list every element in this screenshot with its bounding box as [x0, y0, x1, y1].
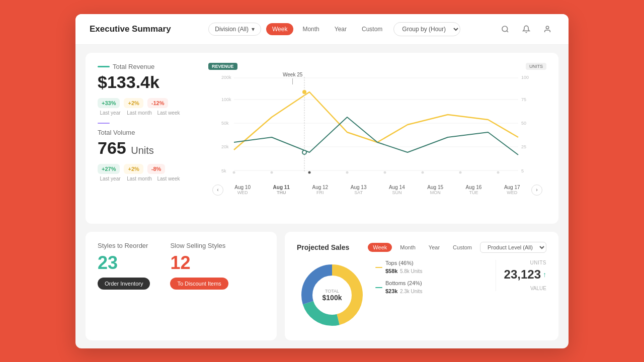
proj-month-btn[interactable]: Month [395, 243, 421, 252]
projected-sales-card: Projected Sales Week Month Year Custom P… [285, 232, 558, 340]
volume-line-indicator [98, 123, 110, 124]
revenue-card: Total Revenue $133.4k +33% +2% -12% Last… [86, 53, 558, 224]
svg-text:200k: 200k [221, 75, 231, 80]
revenue-badge-lastweek: -12% [147, 98, 169, 108]
legend-tops: Tops (46%) $58k 5.8k Units [375, 260, 488, 275]
volume-badge-labels: Last year Last month Last week [98, 176, 198, 182]
metrics-divider [98, 123, 198, 124]
reorder-row: Styles to Reorder 23 Order Inventory Slo… [98, 242, 265, 290]
projected-header: Projected Sales Week Month Year Custom P… [297, 242, 546, 253]
revenue-line-indicator [98, 66, 110, 67]
svg-point-1 [546, 26, 548, 29]
order-inventory-btn[interactable]: Order Inventory [98, 278, 150, 290]
proj-year-btn[interactable]: Year [424, 243, 445, 252]
revenue-badge-lastyear: +33% [98, 98, 120, 108]
division-dropdown[interactable]: Division (All) ▾ [208, 23, 261, 36]
revenue-chart: REVENUE UNITS 200k 100k 50k 20k 5k 100 7… [208, 63, 546, 214]
svg-text:5: 5 [521, 168, 524, 173]
svg-point-22 [308, 171, 311, 173]
bottoms-legend-text: Bottoms (24%) $23k 2.3k Units [385, 280, 422, 295]
svg-point-0 [502, 26, 508, 32]
chart-x-axis: ‹ Aug 10 WED Aug 11 THU Aug 12 FRI [208, 185, 546, 196]
svg-text:100: 100 [521, 75, 529, 80]
page-title: Executive Summary [90, 24, 171, 34]
svg-point-19 [302, 150, 306, 154]
x-label-1: Aug 11 THU [273, 185, 290, 195]
units-tag: UNITS [526, 63, 546, 70]
year-filter-btn[interactable]: Year [329, 23, 353, 35]
revenue-badge-labels: Last year Last month Last week [98, 110, 198, 116]
x-labels: Aug 10 WED Aug 11 THU Aug 12 FRI Aug 1 [223, 185, 531, 195]
header-controls: Division (All) ▾ Week Month Year Custom … [208, 22, 460, 36]
header-icons [498, 22, 554, 36]
product-level-select[interactable]: Product Level (All) [480, 242, 546, 253]
projected-title: Projected Sales [297, 243, 349, 251]
week-label: Week 25 [283, 72, 302, 84]
x-label-6: Aug 16 TUE [466, 185, 482, 195]
proj-custom-btn[interactable]: Custom [448, 243, 477, 252]
volume-badges: +27% +2% -8% [98, 164, 198, 174]
bottoms-line [375, 287, 382, 288]
search-icon[interactable] [498, 22, 512, 36]
volume-badge-lastmonth: +2% [124, 164, 143, 174]
x-label-0: Aug 10 WED [234, 185, 251, 195]
volume-badge-lastweek: -8% [147, 164, 166, 174]
revenue-label: Total Revenue [113, 63, 154, 70]
metrics-panel: Total Revenue $133.4k +33% +2% -12% Last… [98, 63, 198, 214]
x-label-3: Aug 13 SAT [351, 185, 367, 195]
svg-point-23 [346, 171, 349, 173]
user-icon[interactable] [540, 22, 554, 36]
projected-filters: Week Month Year Custom Product Level (Al… [368, 242, 546, 253]
chart-next-btn[interactable]: › [531, 185, 542, 196]
svg-text:20k: 20k [221, 144, 229, 149]
units-panel: UNITS 23,123 ↑ VALUE [496, 260, 546, 291]
slow-selling-value: 12 [170, 252, 228, 274]
tops-legend-text: Tops (46%) $58k 5.8k Units [385, 260, 422, 275]
custom-filter-btn[interactable]: Custom [356, 23, 388, 35]
donut-chart: TOTAL $100k [297, 260, 367, 330]
svg-text:75: 75 [521, 97, 526, 102]
x-label-7: Aug 17 WED [504, 185, 520, 195]
x-label-2: Aug 12 FRI [312, 185, 328, 195]
styles-reorder-value: 23 [98, 252, 150, 274]
volume-label: Total Volume [98, 129, 198, 136]
svg-point-21 [271, 171, 273, 173]
svg-point-26 [459, 171, 462, 173]
x-label-4: Aug 14 SUN [389, 185, 405, 195]
x-label-5: Aug 15 MON [427, 185, 443, 195]
group-by-select[interactable]: Group by (Hour) [393, 22, 460, 36]
svg-point-20 [233, 171, 235, 173]
revenue-tag: REVENUE [208, 63, 237, 70]
chevron-down-icon: ▾ [252, 26, 255, 33]
header: Executive Summary Division (All) ▾ Week … [75, 14, 569, 45]
week-filter-btn[interactable]: Week [266, 23, 293, 35]
svg-point-24 [384, 171, 386, 173]
projected-body: TOTAL $100k Tops (46%) $58k 5.8k Units [297, 260, 546, 330]
month-filter-btn[interactable]: Month [296, 23, 325, 35]
revenue-value: $133.4k [98, 72, 198, 92]
chart-prev-btn[interactable]: ‹ [212, 185, 223, 196]
styles-reorder-item: Styles to Reorder 23 Order Inventory [98, 242, 150, 290]
reorder-card: Styles to Reorder 23 Order Inventory Slo… [86, 232, 277, 340]
legend-bottoms: Bottoms (24%) $23k 2.3k Units [375, 280, 488, 295]
bell-icon[interactable] [519, 22, 533, 36]
bottom-row: Styles to Reorder 23 Order Inventory Slo… [86, 232, 558, 340]
legend-list: Tops (46%) $58k 5.8k Units Bottoms (24%)… [375, 260, 488, 300]
units-value: 23,123 ↑ [504, 267, 546, 282]
svg-text:50: 50 [521, 121, 526, 126]
svg-text:25: 25 [521, 144, 526, 149]
donut-center: TOTAL $100k [323, 289, 342, 302]
revenue-badges: +33% +2% -12% [98, 98, 198, 108]
time-filter-group: Week Month Year Custom [266, 23, 388, 35]
svg-point-27 [497, 171, 500, 173]
proj-week-btn[interactable]: Week [368, 243, 392, 252]
units-up-arrow: ↑ [543, 270, 546, 279]
svg-point-25 [422, 171, 424, 173]
styles-reorder-label: Styles to Reorder [98, 242, 150, 249]
svg-point-18 [302, 90, 306, 94]
slow-selling-item: Slow Selling Styles 12 To Discount Items [170, 242, 228, 290]
svg-text:100k: 100k [221, 97, 231, 102]
slow-selling-label: Slow Selling Styles [170, 242, 228, 249]
discount-items-btn[interactable]: To Discount Items [170, 278, 228, 290]
revenue-label-row: Total Revenue [98, 63, 198, 70]
